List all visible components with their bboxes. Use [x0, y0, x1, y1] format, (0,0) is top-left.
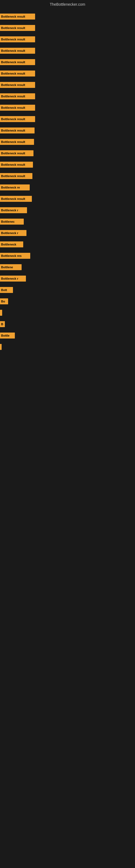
bar-row: Bottleneck result [0, 70, 135, 77]
bar-label: Bottle [1, 334, 9, 337]
bar-label: Bottleneck result [1, 197, 25, 200]
bar-label: Bottleneck result [1, 95, 25, 98]
bar-label: Bott [1, 288, 7, 291]
bottleneck-bar [0, 344, 2, 350]
bottleneck-bar: Bottleneck result [0, 13, 35, 20]
bottleneck-bar: Bottleneck re [0, 184, 30, 190]
bar-label: Bottleneck r [1, 231, 18, 235]
bar-row: Bottleneck result [0, 13, 135, 20]
bar-label: Bottleneck result [1, 38, 25, 41]
bar-label: Bottleneck res [1, 254, 21, 257]
bar-row [0, 343, 135, 350]
bar-label: Bottleneck result [1, 152, 25, 155]
bar-row: Bottleneck result [0, 104, 135, 111]
bar-row: Bottleneck result [0, 82, 135, 88]
bottleneck-bar: Bottleneck [0, 241, 23, 247]
bar-label: Bottleneck r [1, 277, 18, 280]
bar-row: Bottleneck result [0, 93, 135, 100]
bottleneck-bar: Bottleneck result [0, 93, 35, 99]
bar-label: Bottleneck result [1, 106, 25, 109]
bar-label: Bottleneck result [1, 175, 25, 178]
bottleneck-bar: Bottleneck r [0, 276, 26, 282]
bottleneck-bar: Bottleneck result [0, 150, 34, 156]
bar-row: Bottle [0, 332, 135, 339]
bottleneck-bar: Bo [0, 299, 8, 304]
bottleneck-bar: Bottleneck res [0, 253, 30, 259]
bar-label: Bottlene [1, 266, 13, 269]
bar-row: B [0, 321, 135, 328]
bar-row: Bottleneck result [0, 116, 135, 123]
bar-row: Bottleneck [0, 241, 135, 248]
bottleneck-bar: Bottleneck r [0, 207, 27, 213]
bar-row [0, 309, 135, 316]
bottleneck-bar: Bottleneck result [0, 59, 35, 65]
bar-row: Bottleneck result [0, 24, 135, 31]
bottleneck-bar: Bottleneck result [0, 105, 35, 111]
bar-label: Bottleneck result [1, 49, 25, 52]
bar-label: Bottleneck result [1, 163, 25, 166]
bottleneck-bar: Bottlene [0, 264, 21, 270]
bar-row: Bottleneck result [0, 138, 135, 145]
bar-label: Bo [1, 300, 5, 303]
bar-row: Bottleneck re [0, 184, 135, 191]
bar-label: B [1, 322, 3, 326]
bottleneck-bar: Bottleneck result [0, 70, 35, 76]
bar-row: Bott [0, 286, 135, 293]
bar-label: Bottleneck result [1, 83, 25, 87]
bottleneck-bar: Bottleneck result [0, 139, 34, 145]
bar-row: Bottleneck result [0, 47, 135, 54]
bottleneck-bar: Bottleneck result [0, 48, 35, 54]
bar-row: Bottlenec [0, 218, 135, 225]
bar-row: Bottleneck r [0, 229, 135, 237]
bottleneck-bar: Bottleneck r [0, 230, 27, 236]
bar-label: Bottleneck result [1, 61, 25, 64]
bar-label: Bottleneck result [1, 15, 25, 18]
bars-container: Bottleneck resultBottleneck resultBottle… [0, 9, 135, 513]
bottleneck-bar: Bottleneck result [0, 25, 35, 31]
site-title: TheBottlenecker.com [0, 0, 135, 9]
bar-row: Bottleneck result [0, 150, 135, 157]
bottleneck-bar: Bottlenec [0, 219, 24, 225]
bar-row: Bottleneck result [0, 161, 135, 168]
bar-label: Bottleneck result [1, 118, 25, 121]
bar-row: Bottleneck r [0, 207, 135, 214]
bar-row: Bottleneck result [0, 36, 135, 43]
bar-row: Bottleneck result [0, 173, 135, 180]
bar-row: Bottleneck result [0, 59, 135, 66]
bottleneck-bar: Bottleneck result [0, 173, 32, 179]
bar-label: Bottleneck r [1, 209, 18, 212]
bottleneck-bar: Bottle [0, 333, 15, 339]
bottleneck-bar: Bottleneck result [0, 127, 35, 133]
bottleneck-bar: Bottleneck result [0, 196, 32, 202]
bar-row: Bottleneck result [0, 127, 135, 134]
bar-label: Bottleneck [1, 243, 16, 246]
bottleneck-bar: Bott [0, 287, 13, 293]
bottleneck-bar: Bottleneck result [0, 82, 35, 88]
bar-label: Bottleneck result [1, 72, 25, 75]
bottleneck-bar [0, 310, 2, 316]
site-header: TheBottlenecker.com [0, 0, 135, 9]
bar-label: Bottlenec [1, 220, 14, 223]
bottleneck-bar: Bottleneck result [0, 36, 35, 42]
bottleneck-bar: Bottleneck result [0, 162, 33, 167]
bottleneck-bar: B [0, 321, 5, 327]
bar-label: Bottleneck re [1, 186, 20, 189]
bar-row: Bo [0, 298, 135, 305]
bar-row: Bottlene [0, 264, 135, 271]
bar-row: Bottleneck result [0, 195, 135, 203]
bar-label: Bottleneck result [1, 129, 25, 132]
bar-label: Bottleneck result [1, 140, 25, 144]
bar-label: Bottleneck result [1, 26, 25, 30]
bottleneck-bar: Bottleneck result [0, 116, 35, 122]
bar-row: Bottleneck res [0, 252, 135, 259]
bar-row: Bottleneck r [0, 275, 135, 282]
